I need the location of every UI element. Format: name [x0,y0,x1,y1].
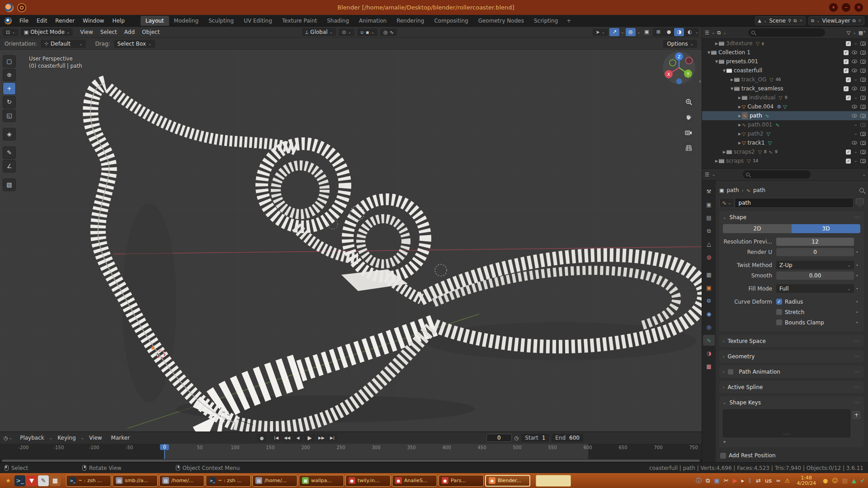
path-animation-checkbox[interactable] [728,369,733,375]
properties-tab-scene[interactable]: △ [703,239,715,249]
outliner-filter-image-icon[interactable]: ⧉ [717,30,721,36]
expand-icon[interactable]: ▶ [714,42,719,46]
tray-media-play[interactable]: ▶ [733,478,737,483]
add-workspace-button[interactable]: + [563,16,575,26]
expand-icon[interactable]: ▶ [737,114,742,118]
exclude-checkbox[interactable]: ✓ [846,95,851,100]
panel-path-animation[interactable]: › Path Animation∷∷ [719,366,864,378]
hide-eye-icon[interactable] [852,105,857,108]
disable-render-camera-icon[interactable] [860,123,866,127]
cursor-tool[interactable]: ⊕ [3,69,16,81]
drag-mode-dropdown[interactable]: Select Box⌄ [114,40,156,48]
fake-user-shield-icon[interactable] [856,198,864,207]
new-collection-icon[interactable]: ▦⁺ [859,30,866,36]
disable-render-camera-icon[interactable] [860,51,866,55]
timeline-menu-keying[interactable]: Keying [53,433,80,442]
outliner-display-mode-icon[interactable]: ☰ [705,30,709,36]
properties-editor-icon[interactable]: ☰ [705,172,709,178]
jump-to-end-button[interactable]: ▶| [327,434,337,442]
radius-checkbox[interactable]: ✓ [776,299,782,305]
tray-keyboard-layout[interactable]: us [765,478,772,483]
outliner-row-path2[interactable]: ▶▽path2▽⌣ [702,129,868,138]
properties-tab-object[interactable]: ▣ [703,282,715,293]
tray-files[interactable]: ▤ [842,478,848,483]
outliner-row-track-seamless[interactable]: ▼track_seamless✓ [702,84,868,93]
tray-updates[interactable]: ▲ [852,478,856,483]
tab-layout[interactable]: Layout [141,16,169,26]
expand-icon[interactable]: ▶ [737,123,742,127]
panel-drag-grip[interactable]: ∷∷ [854,215,860,220]
properties-tab-physics[interactable]: ◎ [703,322,715,333]
filter-funnel-icon[interactable]: ▽ [847,30,850,36]
disable-render-camera-icon[interactable] [860,96,866,100]
add-shape-key-button[interactable]: + [853,411,860,419]
next-keyframe-button[interactable]: ▶▶ [316,434,326,442]
play-reverse-button[interactable]: ◀ [293,434,303,442]
tray-pointer[interactable]: ▸ [741,478,745,483]
window-close-button[interactable]: ✕ [854,3,863,12]
tray-cut[interactable]: ✂ [724,478,729,483]
disable-render-camera-icon[interactable] [860,141,866,145]
timeline-editor-icon[interactable]: ◷ [4,435,8,441]
exclude-checkbox[interactable]: ✓ [846,159,851,164]
collapse-icon[interactable]: ▼ [714,60,719,64]
add-cube-tool[interactable]: ▧ [3,178,16,191]
expand-icon[interactable]: ▶ [722,150,726,154]
properties-tab-material[interactable]: ◑ [703,348,715,359]
timeline-scrollbar[interactable] [0,459,702,462]
play-button[interactable]: ▶ [304,434,316,442]
transform-orientation-dropdown[interactable]: ⟂ Global⌄ [302,28,336,36]
pin-icon[interactable]: ⚲ [788,18,791,23]
disable-render-camera-icon[interactable] [860,42,866,46]
tray-info[interactable]: ⓘ [696,478,702,483]
dock-launcher[interactable]: ★ [3,475,14,486]
viewport-menu-view[interactable]: View [76,28,96,37]
hide-eye-icon[interactable] [852,87,857,90]
record-button[interactable]: ● [257,434,267,442]
selectability-dropdown[interactable]: ➤⌄ [593,28,609,36]
timeline-menu-marker[interactable]: Marker [107,433,134,442]
shading-material-button[interactable]: ◑ [674,28,684,36]
hide-eye-icon[interactable] [852,60,857,63]
properties-tab-tool[interactable]: ⚒ [703,186,715,197]
taskbar-window-home[interactable]: ▤/home/... [252,475,297,487]
playhead-marker[interactable]: 0 [160,444,169,450]
tab-modeling[interactable]: Modeling [169,16,204,26]
properties-tab-texture[interactable]: ▩ [703,361,715,372]
scale-tool[interactable]: ◱ [3,109,16,122]
tab-rendering[interactable]: Rendering [392,16,429,26]
tweak-select-tool[interactable]: ▢ [3,55,16,68]
exclude-checkbox[interactable]: ✓ [844,59,849,64]
properties-tab-collection[interactable]: ▦ [703,269,715,280]
hide-eye-icon[interactable] [852,51,857,54]
outliner-row-individual[interactable]: ▶individual▽9✓⌣ [702,93,868,102]
dimension-2d-button[interactable]: 2D [723,224,792,233]
tab-sculpting[interactable]: Sculpting [203,16,239,26]
outliner-row-path[interactable]: ▶∿path∿ [702,111,868,120]
show-gizmo-toggle[interactable]: ↗ [609,28,619,36]
exclude-checkbox[interactable]: ✓ [844,86,849,91]
disable-render-camera-icon[interactable] [860,150,866,154]
hide-eye-icon[interactable]: ⌣ [854,132,857,136]
outliner-row-track-og[interactable]: ▶track_OG▽46✓⌣ [702,75,868,84]
pivot-point-dropdown[interactable]: ⊙⌄ [339,28,354,36]
annotate-tool[interactable]: ✎ [3,146,16,159]
disable-render-camera-icon[interactable] [860,69,866,73]
pin-id-icon[interactable] [859,188,864,192]
viewport-menu-add[interactable]: Add [121,28,138,37]
tab-geometry-nodes[interactable]: Geometry Nodes [473,16,529,26]
taskbar-window-smb-a[interactable]: ▤smb://a... [113,475,158,487]
delete-view-layer-icon[interactable]: ✕ [858,18,862,23]
outliner-search-input[interactable] [748,28,825,37]
collapse-icon[interactable]: ▼ [707,51,711,55]
twist-method-dropdown[interactable]: Z-Up⌄ [776,261,854,269]
timeline-menu-playback[interactable]: Playback [16,433,48,442]
hide-eye-icon[interactable]: ⌣ [854,42,857,45]
navigation-gizmo[interactable]: Z X Y [662,51,696,85]
properties-options-icon[interactable]: ⌄ [862,172,866,177]
dock-editor-app[interactable]: ✎ [38,475,49,486]
options-dropdown[interactable]: Options⌄ [663,40,697,48]
tab-scripting[interactable]: Scripting [529,16,563,26]
outliner-row-presets-001[interactable]: ▼presets.001✓ [702,57,868,66]
expand-icon[interactable]: ▶ [737,141,742,145]
